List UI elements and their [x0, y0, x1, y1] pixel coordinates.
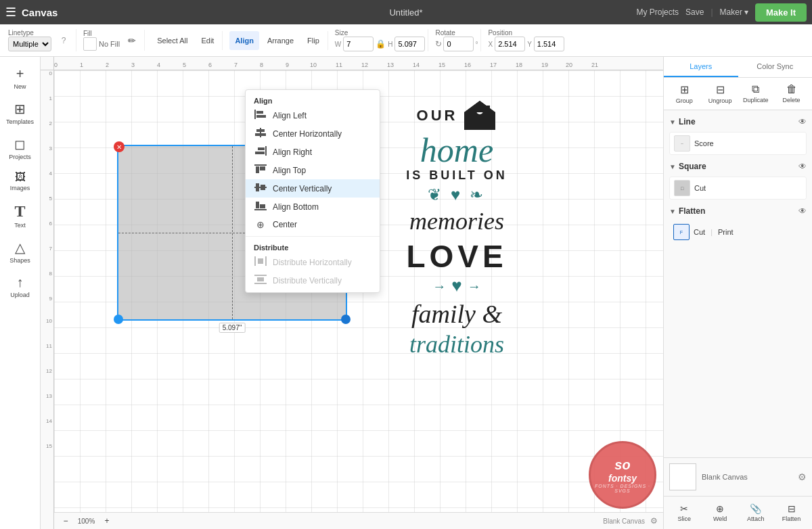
align-section-title: Align: [246, 93, 380, 106]
ruler-horizontal: 0 1 2 3 4 5 6 7 8 9 10 11 12 13 14 15 16…: [54, 57, 663, 70]
weld-button[interactable]: ⊕ Weld: [702, 501, 738, 525]
align-dropdown-menu: Align Align Left Center Horizontally Ali…: [245, 89, 380, 293]
watermark-fontsy: fontsy: [608, 473, 637, 484]
align-left-item[interactable]: Align Left: [246, 106, 380, 124]
ungroup-button[interactable]: ⊟ Ungroup: [702, 80, 738, 107]
center-horizontally-item[interactable]: Center Horizontally: [246, 124, 380, 143]
score-label: Score: [694, 139, 714, 147]
resize-handle-bl[interactable]: [114, 315, 123, 324]
size-h-input[interactable]: [394, 37, 425, 51]
my-projects-button[interactable]: My Projects: [636, 7, 679, 17]
ruler-vertical: 0 1 2 3 4 5 6 7 8 9 10 11 12 13 14 15: [41, 70, 54, 529]
canvas-settings-panel-icon[interactable]: ⚙: [798, 472, 807, 482]
attach-button[interactable]: 📎 Attach: [738, 501, 774, 525]
sidebar-item-text[interactable]: T Text: [3, 198, 37, 233]
menu-icon[interactable]: ☰: [5, 5, 16, 20]
line-visibility-icon[interactable]: 👁: [798, 117, 807, 127]
sidebar-item-projects[interactable]: ◻ Projects: [3, 132, 37, 164]
right-actions: My Projects Save | Maker ▾ Make It: [636, 3, 807, 22]
sidebar-item-images[interactable]: 🖼 Images: [3, 167, 37, 196]
zoom-controls: − 100% +: [60, 515, 113, 527]
panel-tabs: Layers Color Sync: [664, 57, 812, 78]
distribute-v-label: Distribute Vertically: [273, 276, 342, 285]
center-item[interactable]: ⊕ Center: [246, 216, 380, 233]
position-y-input[interactable]: [534, 37, 564, 51]
flatten-section-title: ▼ Flatten: [669, 206, 705, 216]
main-layout: + New ⊞ Templates ◻ Projects 🖼 Images T …: [0, 57, 812, 529]
duplicate-button[interactable]: ⧉ Duplicate: [738, 80, 774, 107]
app-title: Canvas: [22, 7, 58, 18]
panel-content: ▼ Line 👁 ~ Score ▼ Square: [664, 110, 812, 457]
panel-section-line: ▼ Line 👁 ~ Score: [669, 116, 807, 155]
blank-canvas-label: Blank Canvas: [702, 473, 748, 481]
left-sidebar: + New ⊞ Templates ◻ Projects 🖼 Images T …: [0, 57, 41, 529]
tab-color-sync[interactable]: Color Sync: [738, 57, 813, 77]
templates-icon: ⊞: [14, 101, 26, 117]
svg-marker-4: [464, 101, 495, 112]
center-vertically-item[interactable]: Center Vertically: [246, 179, 380, 198]
svg-rect-27: [254, 283, 267, 284]
group-button[interactable]: ⊞ Group: [667, 80, 702, 107]
flatten-visibility-icon[interactable]: 👁: [798, 206, 807, 216]
svg-rect-15: [256, 166, 259, 173]
make-it-button[interactable]: Make It: [755, 3, 807, 22]
position-field: Position X Y: [488, 29, 564, 51]
select-all-button[interactable]: Select All: [152, 31, 193, 50]
center-v-label: Center Vertically: [273, 184, 332, 193]
linetype-select[interactable]: Multiple: [8, 37, 51, 51]
size-w-input[interactable]: [343, 37, 374, 51]
maker-dropdown[interactable]: Maker ▾: [720, 7, 748, 17]
resize-handle-br[interactable]: [341, 315, 351, 324]
slice-button[interactable]: ✂ Slice: [667, 501, 702, 525]
align-button[interactable]: Align: [229, 31, 259, 50]
align-top-item[interactable]: Align Top: [246, 161, 380, 179]
arrange-button[interactable]: Arrange: [262, 31, 299, 50]
delete-button[interactable]: 🗑 Delete: [773, 80, 809, 107]
tab-layers[interactable]: Layers: [664, 57, 738, 77]
distribute-v-item: Distribute Vertically: [246, 271, 380, 290]
rotate-input[interactable]: [443, 37, 474, 51]
artwork-design: OUR home IS BUILT ON ❦ ♥ ❧ memories LOVE…: [372, 97, 541, 359]
align-right-item[interactable]: Align Right: [246, 143, 380, 161]
fill-edit-icon[interactable]: ✏: [122, 31, 141, 50]
sidebar-item-new[interactable]: + New: [3, 62, 37, 94]
save-button[interactable]: Save: [685, 7, 704, 17]
flip-button[interactable]: Flip: [302, 31, 325, 50]
sidebar-item-upload[interactable]: ↑ Upload: [3, 271, 37, 302]
square-visibility-icon[interactable]: 👁: [798, 162, 807, 171]
square-expand-icon[interactable]: ▼: [669, 163, 676, 170]
linetype-field: Linetype Multiple: [8, 29, 51, 51]
svg-rect-14: [254, 164, 267, 166]
flatten-thumb: F: [673, 224, 690, 240]
help-icon[interactable]: ?: [54, 31, 73, 50]
flatten-action-button[interactable]: ⊟ Flatten: [773, 501, 809, 525]
select-edit-group: Select All Edit: [149, 31, 223, 50]
duplicate-icon: ⧉: [752, 83, 759, 95]
position-x-input[interactable]: [495, 37, 525, 51]
flatten-section-header: ▼ Flatten 👁: [669, 205, 807, 217]
delete-icon: 🗑: [786, 83, 797, 95]
close-handle[interactable]: ✕: [114, 141, 125, 152]
sidebar-item-templates[interactable]: ⊞ Templates: [3, 97, 37, 129]
zoom-out-button[interactable]: −: [60, 515, 72, 527]
line-expand-icon[interactable]: ▼: [669, 118, 676, 126]
zoom-in-button[interactable]: +: [101, 515, 113, 527]
edit-button[interactable]: Edit: [196, 31, 219, 50]
fill-color-swatch[interactable]: [83, 37, 97, 51]
svg-rect-20: [254, 209, 267, 210]
align-bottom-item[interactable]: Align Bottom: [246, 198, 380, 216]
flatten-expand-icon[interactable]: ▼: [669, 208, 676, 215]
center-v-icon: [254, 183, 267, 194]
canvas-settings-icon[interactable]: ⚙: [650, 516, 658, 526]
weld-icon: ⊕: [716, 503, 724, 514]
topbar: ☰ Canvas Untitled* My Projects Save | Ma…: [0, 0, 812, 24]
sidebar-item-shapes[interactable]: △ Shapes: [3, 235, 37, 268]
heart-icon: ♥: [451, 276, 461, 296]
svg-rect-28: [257, 277, 264, 281]
new-icon: +: [16, 66, 24, 82]
sidebar-templates-label: Templates: [6, 118, 34, 125]
canvas-area[interactable]: 0 1 2 3 4 5 6 7 8 9 10 11 12 13 14 15 16…: [41, 57, 663, 529]
house-icon: [463, 97, 497, 131]
square-section-title: ▼ Square: [669, 162, 706, 171]
fill-field: Fill No Fill: [83, 30, 120, 51]
